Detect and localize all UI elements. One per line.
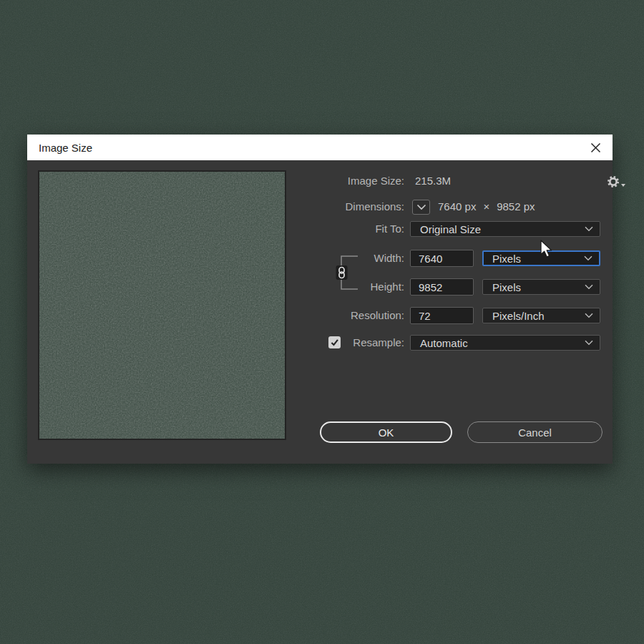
dimensions-times-sign: × (483, 199, 489, 215)
width-label: Width: (270, 250, 404, 266)
chevron-down-icon (585, 340, 593, 346)
dimensions-units-button[interactable] (412, 200, 430, 215)
resample-select[interactable]: Automatic (410, 335, 600, 351)
chevron-down-icon (585, 226, 593, 232)
height-unit-value: Pixels (492, 281, 585, 293)
fit-to-value: Original Size (420, 223, 585, 235)
resample-label: Resample: (270, 335, 404, 351)
dimensions-label: Dimensions: (270, 199, 404, 215)
resolution-unit-select[interactable]: Pixels/Inch (482, 308, 600, 323)
close-icon (590, 142, 602, 154)
height-unit-select[interactable]: Pixels (482, 279, 600, 295)
ok-button[interactable]: OK (320, 421, 452, 443)
resolution-label: Resolution: (270, 308, 404, 323)
fit-to-select[interactable]: Original Size (410, 221, 600, 237)
chevron-down-icon (416, 204, 426, 210)
dialog-title: Image Size (39, 142, 92, 154)
ok-button-label: OK (379, 426, 394, 439)
preview-texture (38, 170, 286, 440)
resolution-unit-value: Pixels/Inch (492, 310, 585, 322)
gear-icon (607, 175, 620, 188)
resolution-input[interactable] (410, 307, 474, 324)
image-size-label: Image Size: (270, 173, 404, 189)
width-unit-select[interactable]: Pixels (482, 250, 600, 266)
chevron-down-icon (584, 255, 592, 261)
width-unit-value: Pixels (492, 253, 584, 265)
resample-value: Automatic (420, 337, 585, 349)
dimensions-width-value: 7640 px (438, 199, 476, 215)
gear-menu-caret-icon (621, 184, 625, 187)
cancel-button-label: Cancel (518, 426, 552, 439)
height-input[interactable] (410, 278, 474, 296)
dimensions-height-value: 9852 px (497, 199, 535, 215)
image-size-dialog: Image Size Image Size: 215.3M (27, 135, 613, 464)
image-size-value: 215.3M (415, 173, 451, 189)
close-button[interactable] (581, 135, 610, 160)
cancel-button[interactable]: Cancel (467, 421, 602, 443)
height-label: Height: (270, 279, 404, 295)
dimensions-value: 7640 px × 9852 px (438, 199, 535, 215)
dialog-titlebar: Image Size (27, 135, 613, 160)
fit-to-label: Fit To: (270, 221, 404, 237)
image-preview (38, 170, 286, 440)
settings-menu-button[interactable] (607, 174, 627, 188)
width-input[interactable] (410, 250, 474, 267)
chevron-down-icon (585, 313, 593, 318)
chevron-down-icon (585, 284, 593, 290)
